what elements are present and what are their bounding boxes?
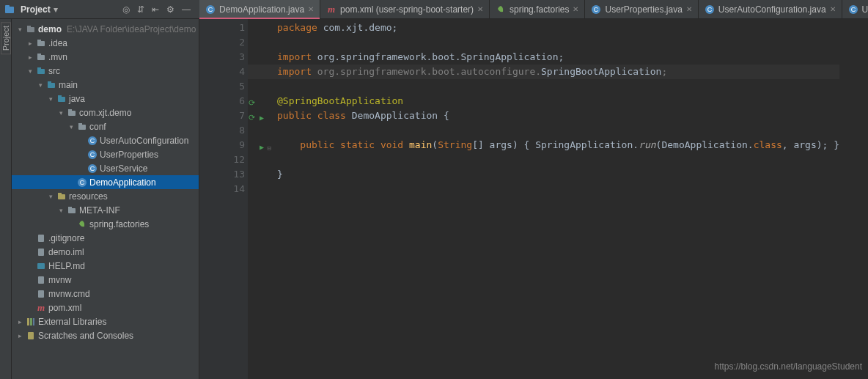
editor-tab-4[interactable]: CUserAutoConfiguration.java✕ <box>699 0 842 19</box>
fold-icon[interactable]: ⊟ <box>268 141 271 155</box>
tree-row[interactable]: ▸.idea <box>12 36 199 50</box>
close-icon[interactable]: ✕ <box>308 5 314 13</box>
svg-rect-19 <box>48 81 51 84</box>
tree-row[interactable]: mpom.xml <box>12 301 199 314</box>
tree-row[interactable]: ▸Scratches and Consoles <box>12 328 199 342</box>
editor-tab-3[interactable]: CUserProperties.java✕ <box>585 0 698 19</box>
svg-text:C: C <box>90 151 95 158</box>
close-icon[interactable]: ✕ <box>830 5 836 13</box>
svg-rect-36 <box>68 208 76 213</box>
tree-row[interactable]: demo.iml <box>12 245 199 259</box>
line-number: 8 <box>199 123 245 138</box>
editor-tab-1[interactable]: mpom.xml (user-spring-boot-starter)✕ <box>320 0 490 19</box>
tree-arrow-icon[interactable]: ▾ <box>67 123 75 130</box>
package-icon <box>77 122 87 132</box>
svg-rect-0 <box>5 7 14 13</box>
toolwindow-tabs[interactable]: Project <box>0 19 12 379</box>
code-editor[interactable]: 123456⟳7⟳▶89▶⊟121314 package com.xjt.dem… <box>199 19 868 379</box>
svg-rect-42 <box>38 290 44 298</box>
svg-rect-17 <box>37 67 41 70</box>
tree-label: main <box>59 80 78 90</box>
tree-row[interactable]: CUserService <box>12 161 199 175</box>
project-tree[interactable]: ▾demoE:\JAVA Folder\ideaProject\demo▸.id… <box>12 19 199 379</box>
tree-label: java <box>69 94 85 104</box>
tree-row[interactable]: ▾resources <box>12 189 199 203</box>
tree-row[interactable]: ▾main <box>12 78 199 92</box>
tree-row[interactable]: .gitignore <box>12 231 199 245</box>
tree-label: .idea <box>48 38 67 48</box>
tree-row[interactable]: mvnw <box>12 273 199 287</box>
class-run-icon: C <box>205 4 216 15</box>
expand-icon[interactable]: ⇵ <box>137 4 144 15</box>
close-icon[interactable]: ✕ <box>573 5 578 13</box>
tree-row[interactable]: ▾src <box>12 64 199 78</box>
tree-arrow-icon[interactable]: ▸ <box>26 40 34 47</box>
tree-label: spring.factories <box>89 219 149 229</box>
file-icon <box>36 247 46 257</box>
tree-row[interactable]: ▾java <box>12 92 199 106</box>
editor-tab-2[interactable]: spring.factories✕ <box>490 0 585 19</box>
tab-project[interactable]: Project <box>1 22 11 54</box>
tree-arrow-icon[interactable]: ▾ <box>26 67 34 75</box>
run-icon[interactable]: ▶ <box>260 111 264 125</box>
svg-rect-41 <box>38 276 44 284</box>
tree-row[interactable]: spring.factories <box>12 217 199 231</box>
tree-row[interactable]: ▾com.xjt.demo <box>12 106 199 119</box>
tree-arrow-icon[interactable]: ▾ <box>57 109 65 117</box>
run-icon[interactable]: ⟳ <box>249 111 255 125</box>
tab-label: spring.factories <box>510 4 569 15</box>
tree-label: DemoApplication <box>89 177 156 188</box>
class-icon: C <box>87 150 98 160</box>
tree-arrow-icon[interactable]: ▸ <box>26 54 34 61</box>
svg-rect-43 <box>27 318 29 325</box>
line-number: 9▶⊟ <box>199 138 245 152</box>
tree-row[interactable]: ▸External Libraries <box>12 314 199 328</box>
tree-row[interactable]: mvnw.cmd <box>12 287 199 301</box>
tree-row[interactable]: HELP.md <box>12 259 199 273</box>
tree-row[interactable]: ▸.mvn <box>12 50 199 64</box>
tree-row[interactable]: ▾META-INF <box>12 203 199 217</box>
svg-rect-38 <box>38 235 44 242</box>
chevron-down-icon[interactable]: ▾ <box>54 4 58 15</box>
line-number: 3 <box>199 50 245 65</box>
folder-src-icon <box>36 66 46 76</box>
tree-row[interactable]: CDemoApplication <box>12 175 199 189</box>
file-icon <box>36 233 46 243</box>
class-leaf-icon: C <box>87 163 98 174</box>
svg-rect-24 <box>78 125 86 130</box>
tree-label: com.xjt.demo <box>79 108 131 118</box>
collapse-icon[interactable]: ⇤ <box>152 4 159 15</box>
tree-row[interactable]: ▾demoE:\JAVA Folder\ideaProject\demo <box>12 22 199 36</box>
tree-arrow-icon[interactable]: ▾ <box>47 95 54 103</box>
tree-arrow-icon[interactable]: ▸ <box>16 318 23 325</box>
top-bar: Project ▾ ◎ ⇵ ⇤ ⚙ — CDemoApplication.jav… <box>0 0 868 19</box>
svg-rect-16 <box>37 69 45 74</box>
class-icon: C <box>848 4 858 15</box>
tree-arrow-icon[interactable]: ▾ <box>16 26 23 33</box>
tab-label: UserAutoConfiguration.java <box>718 4 826 15</box>
tree-row[interactable]: ▾conf <box>12 119 199 133</box>
tree-label: resources <box>69 191 108 202</box>
tree-row[interactable]: CUserAutoConfiguration <box>12 133 199 147</box>
close-icon[interactable]: ✕ <box>686 5 692 13</box>
tree-arrow-icon[interactable]: ▾ <box>47 193 54 200</box>
editor-tab-5[interactable]: CUserService.java✕ <box>842 0 868 19</box>
svg-text:C: C <box>850 6 856 13</box>
editor-tab-0[interactable]: CDemoApplication.java✕ <box>199 0 320 19</box>
tree-row[interactable]: CUserProperties <box>12 147 199 161</box>
gear-icon[interactable]: ⚙ <box>166 4 174 15</box>
editor-tabs: CDemoApplication.java✕mpom.xml (user-spr… <box>199 0 868 19</box>
tree-arrow-icon[interactable]: ▾ <box>57 207 65 214</box>
run-icon[interactable]: ▶ <box>260 140 264 155</box>
target-icon[interactable]: ◎ <box>122 4 130 15</box>
run-icon[interactable]: ⟳ <box>249 96 255 111</box>
main-body: ▾demoE:\JAVA Folder\ideaProject\demo▸.id… <box>12 19 868 379</box>
close-icon[interactable]: ✕ <box>477 5 483 13</box>
tree-arrow-icon[interactable]: ▸ <box>16 332 23 339</box>
leaf-icon <box>496 4 506 15</box>
tab-label: pom.xml (user-spring-boot-starter) <box>340 4 474 15</box>
svg-rect-10 <box>27 27 34 32</box>
tree-label: demo <box>38 24 62 34</box>
minimize-icon[interactable]: — <box>182 4 191 15</box>
tree-arrow-icon[interactable]: ▾ <box>37 81 44 89</box>
